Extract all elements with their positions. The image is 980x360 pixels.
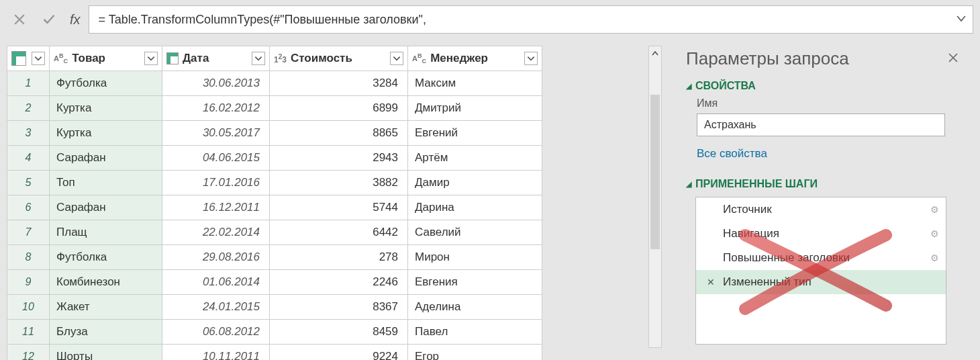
vertical-scrollbar[interactable]	[648, 46, 662, 348]
date-cell[interactable]: 22.02.2014	[162, 220, 270, 245]
cost-cell[interactable]: 6899	[270, 96, 408, 121]
manager-cell[interactable]: Аделина	[408, 295, 542, 320]
tovar-cell[interactable]: Плащ	[50, 220, 162, 245]
tovar-cell[interactable]: Блуза	[50, 320, 162, 345]
manager-cell[interactable]: Павел	[408, 320, 542, 345]
date-cell[interactable]: 10.11.2011	[162, 345, 270, 361]
manager-cell[interactable]: Максим	[408, 71, 542, 96]
table-row[interactable]: 2Куртка16.02.20126899Дмитрий	[7, 96, 542, 121]
all-properties-link[interactable]: Все свойства	[697, 147, 767, 161]
formula-expand-button[interactable]	[957, 13, 966, 27]
table-row[interactable]: 1Футболка30.06.20133284Максим	[7, 71, 542, 96]
gear-icon[interactable]: ⚙	[930, 253, 939, 263]
formula-cancel-button[interactable]	[7, 7, 32, 32]
table-row[interactable]: 11Блуза06.08.20128459Павел	[7, 320, 542, 345]
cost-cell[interactable]: 9224	[270, 345, 408, 361]
date-cell[interactable]: 06.08.2012	[162, 320, 270, 345]
table-row[interactable]: 10Жакет24.01.20158367Аделина	[7, 295, 542, 320]
scroll-thumb[interactable]	[650, 95, 660, 249]
row-number-cell: 11	[7, 320, 50, 345]
table-row[interactable]: 5Топ17.01.20163882Дамир	[7, 171, 542, 195]
table-options-button[interactable]	[32, 52, 45, 65]
tovar-cell[interactable]: Куртка	[50, 96, 162, 121]
tovar-cell[interactable]: Футболка	[50, 245, 162, 270]
applied-step[interactable]: Повышенные заголовки⚙	[696, 246, 946, 270]
table-row[interactable]: 7Плащ22.02.20146442Савелий	[7, 220, 542, 245]
column-filter-button[interactable]	[390, 52, 403, 65]
applied-steps-header[interactable]: ◢ ПРИМЕНЕННЫЕ ШАГИ	[686, 178, 961, 190]
cost-cell[interactable]: 2246	[270, 270, 408, 295]
tovar-cell[interactable]: Сарафан	[50, 146, 162, 171]
tovar-cell[interactable]: Комбинезон	[50, 270, 162, 295]
applied-steps-list: Источник⚙Навигация⚙Повышенные заголовки⚙…	[695, 197, 946, 345]
cost-cell[interactable]: 6442	[270, 220, 408, 245]
tovar-cell[interactable]: Футболка	[50, 71, 162, 96]
tovar-cell[interactable]: Сарафан	[50, 195, 162, 220]
date-cell[interactable]: 30.05.2017	[162, 121, 270, 146]
scroll-up-button[interactable]	[649, 46, 661, 61]
step-label: Измененный тип	[723, 275, 812, 289]
tovar-cell[interactable]: Жакет	[50, 295, 162, 320]
column-filter-button[interactable]	[524, 52, 538, 65]
column-header-stoim[interactable]: 123 Стоимость	[270, 46, 408, 71]
query-settings-panel: Параметры запроса ◢ СВОЙСТВА Имя Все сво…	[667, 39, 980, 360]
date-cell[interactable]: 24.01.2015	[162, 295, 270, 320]
gear-icon[interactable]: ⚙	[930, 228, 939, 239]
date-cell[interactable]: 17.01.2016	[162, 171, 270, 195]
manager-cell[interactable]: Дамир	[408, 171, 542, 195]
panel-title: Параметры запроса	[686, 48, 849, 69]
column-filter-button[interactable]	[144, 52, 158, 65]
row-number-header[interactable]	[7, 46, 50, 71]
fx-label: fx	[66, 12, 85, 28]
manager-cell[interactable]: Мирон	[408, 245, 542, 270]
cost-cell[interactable]: 278	[270, 245, 408, 270]
tovar-cell[interactable]: Топ	[50, 171, 162, 195]
date-cell[interactable]: 16.02.2012	[162, 96, 270, 121]
manager-cell[interactable]: Евгения	[408, 270, 542, 295]
date-cell[interactable]: 01.06.2014	[162, 270, 270, 295]
cost-cell[interactable]: 8459	[270, 320, 408, 345]
date-cell[interactable]: 30.06.2013	[162, 71, 270, 96]
tovar-cell[interactable]: Шорты	[50, 345, 162, 361]
manager-cell[interactable]: Егор	[408, 345, 542, 361]
column-filter-button[interactable]	[252, 52, 265, 65]
cost-cell[interactable]: 2943	[270, 146, 408, 171]
table-row[interactable]: 12Шорты10.11.20119224Егор	[7, 345, 542, 361]
manager-cell[interactable]: Дмитрий	[408, 96, 542, 121]
column-header-manager[interactable]: ABC Менеджер	[408, 46, 542, 71]
delete-step-icon[interactable]: ✕	[707, 277, 715, 287]
column-header-data[interactable]: Дата	[162, 46, 270, 71]
formula-input[interactable]: = Table.TransformColumnTypes(#"Повышенны…	[89, 5, 973, 34]
table-row[interactable]: 4Сарафан04.06.20152943Артём	[7, 146, 542, 171]
step-label: Повышенные заголовки	[723, 251, 850, 265]
tovar-cell[interactable]: Куртка	[50, 121, 162, 146]
table-row[interactable]: 3Куртка30.05.20178865Евгений	[7, 121, 542, 146]
cost-cell[interactable]: 8865	[270, 121, 408, 146]
cost-cell[interactable]: 8367	[270, 295, 408, 320]
row-number-cell: 3	[7, 121, 50, 146]
column-header-tovar[interactable]: ABC Товар	[50, 46, 162, 71]
table-row[interactable]: 9Комбинезон01.06.20142246Евгения	[7, 270, 542, 295]
applied-step[interactable]: Источник⚙	[696, 197, 946, 222]
properties-section-header[interactable]: ◢ СВОЙСТВА	[686, 80, 961, 92]
manager-cell[interactable]: Савелий	[408, 220, 542, 245]
cost-cell[interactable]: 3882	[270, 171, 408, 195]
formula-confirm-button[interactable]	[36, 7, 62, 32]
applied-step[interactable]: Навигация⚙	[696, 222, 946, 246]
date-cell[interactable]: 16.12.2011	[162, 195, 270, 220]
panel-close-button[interactable]	[945, 48, 961, 69]
row-number-cell: 2	[7, 96, 50, 121]
cost-cell[interactable]: 3284	[270, 71, 408, 96]
table-row[interactable]: 8Футболка29.08.2016278Мирон	[7, 245, 542, 270]
cost-cell[interactable]: 5744	[270, 195, 408, 220]
text-type-icon: ABC	[54, 52, 68, 64]
manager-cell[interactable]: Евгений	[408, 121, 542, 146]
manager-cell[interactable]: Артём	[408, 146, 542, 171]
applied-step[interactable]: ✕Измененный тип	[696, 270, 946, 294]
date-cell[interactable]: 29.08.2016	[162, 245, 270, 270]
query-name-input[interactable]	[697, 114, 945, 136]
manager-cell[interactable]: Дарина	[408, 195, 542, 220]
date-cell[interactable]: 04.06.2015	[162, 146, 270, 171]
table-row[interactable]: 6Сарафан16.12.20115744Дарина	[7, 195, 542, 220]
gear-icon[interactable]: ⚙	[930, 204, 939, 215]
